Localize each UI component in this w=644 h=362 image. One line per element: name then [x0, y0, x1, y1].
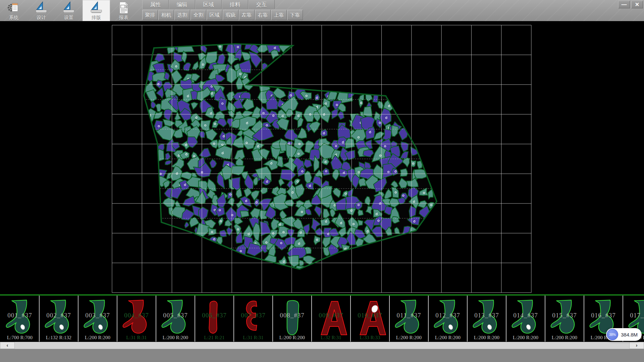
part-label: 004_#37 [117, 312, 156, 319]
part-lr-stats: L:200 R:200 [78, 335, 117, 341]
part-thumbnail[interactable]: 015_#37L:200 R:200 [545, 296, 584, 342]
minimize-button[interactable]: — [618, 1, 630, 8]
part-label: 017_#37 [623, 312, 644, 319]
part-lr-stats: L:31 R:31 [234, 335, 272, 341]
part-lr-stats: L:31 R:31 [117, 335, 156, 341]
part-lr-stats: L:200 R:200 [273, 335, 311, 341]
part-label: 014_#37 [506, 312, 545, 319]
part-label: 005_#37 [156, 312, 195, 319]
menu-item-edit[interactable]: 编辑 [169, 0, 195, 9]
part-lr-stats: L:21 R:21 [195, 335, 233, 341]
menu-item-nesting[interactable]: 排料 [222, 0, 248, 9]
part-label: 010_#37 [351, 312, 389, 319]
part-lr-stats: L:200 R:200 [429, 335, 467, 341]
part-label: 013_#37 [468, 312, 506, 319]
app-label: 系统 [9, 14, 18, 20]
tool-button-snap-down[interactable]: 下靠 [287, 10, 303, 20]
app-button-layout[interactable]: 排版 [83, 0, 110, 21]
set-square-icon [35, 1, 48, 14]
part-thumbnail[interactable]: 007_#37L:31 R:31 [234, 296, 273, 342]
tool-button-defect[interactable]: 瑕疵 [223, 10, 238, 20]
menu-item-properties[interactable]: 属性 [142, 0, 169, 9]
part-thumbnail[interactable]: 011_#37L:200 R:200 [390, 296, 429, 342]
app-label: 排版 [92, 14, 101, 20]
horizontal-scrollbar[interactable]: ‹ › [0, 342, 644, 349]
app-label: 报表 [119, 14, 128, 20]
app-button-settings[interactable]: 设置 [55, 0, 83, 21]
tool-button-snap-left[interactable]: 左靠 [239, 10, 255, 20]
part-lr-stats: L:200 R:200 [468, 335, 506, 341]
part-lr-stats: L:200 R:200 [506, 335, 545, 341]
canvas-area [0, 21, 644, 295]
tool-button-camera[interactable]: 相机 [158, 10, 174, 20]
part-thumbnail[interactable]: 014_#37L:200 R:200 [506, 296, 545, 342]
part-thumbnail[interactable]: 003_#37L:200 R:200 [78, 296, 117, 342]
scroll-left-button[interactable]: ‹ [0, 342, 15, 349]
set-square-icon [90, 1, 103, 14]
tool-button-cluster-nest[interactable]: 聚排 [142, 10, 158, 20]
part-label: 012_#37 [429, 312, 467, 319]
report-page-icon [117, 1, 130, 14]
close-button[interactable]: ✕ [631, 1, 643, 8]
part-thumbnail[interactable]: 005_#37L:200 R:200 [156, 296, 195, 342]
memory-value: 384.8M [621, 332, 638, 338]
part-thumbnail[interactable]: 009_#37L:32 R:31 [312, 296, 351, 342]
tool-button-select-cut[interactable]: 选割 [174, 10, 190, 20]
tool-button-cut-all[interactable]: 全割 [191, 10, 206, 20]
part-label: 003_#37 [78, 312, 117, 319]
part-lr-stats: L:33 R:33 [351, 335, 389, 341]
part-lr-stats: L:200 R:200 [545, 335, 584, 341]
part-label: 007_#37 [234, 312, 272, 319]
part-label: 015_#37 [545, 312, 584, 319]
part-thumbnail[interactable]: 010_#37L:33 R:33 [351, 296, 390, 342]
scroll-right-button[interactable]: › [629, 342, 644, 349]
app-label: 设计 [37, 14, 46, 20]
app-button-report[interactable]: 报表 [110, 0, 138, 21]
part-lr-stats: L:32 R:31 [312, 335, 350, 341]
part-lr-stats: L:132 R:132 [40, 335, 78, 341]
app-icon-bar: 系统 设计 设置 [0, 0, 138, 21]
tool-bar: 聚排 相机 选割 全割 区域 瑕疵 左靠 右靠 上靠 下靠 [142, 10, 303, 20]
menu-item-interaction[interactable]: 交互 [248, 0, 275, 9]
part-label: 008_#37 [273, 312, 311, 319]
scrollbar-track[interactable] [15, 342, 629, 349]
memory-percent: 38% [609, 333, 616, 337]
part-label: 001_#37 [1, 312, 39, 319]
part-thumbnail[interactable]: 004_#37L:31 R:31 [117, 296, 156, 342]
gear-document-icon [7, 1, 20, 14]
tool-button-snap-right[interactable]: 右靠 [255, 10, 271, 20]
app-label: 设置 [64, 14, 73, 20]
part-label: 002_#37 [40, 312, 78, 319]
menu-item-region[interactable]: 区域 [195, 0, 222, 9]
memory-percent-circle: 38% [607, 329, 618, 340]
part-thumbnail[interactable]: 008_#37L:200 R:200 [273, 296, 312, 342]
menu-bar: 属性 编辑 区域 排料 交互 [142, 0, 275, 9]
part-label: 006_#37 [195, 312, 233, 319]
parts-strip: 001_#37L:700 R:700002_#37L:132 R:132003_… [0, 295, 644, 342]
part-thumbnail[interactable]: 002_#37L:132 R:132 [40, 296, 78, 342]
status-bar [0, 349, 644, 362]
app-button-design[interactable]: 设计 [28, 0, 55, 21]
part-thumbnail[interactable]: 012_#37L:200 R:200 [429, 296, 468, 342]
window-controls: — ✕ [618, 1, 643, 8]
app-button-system[interactable]: 系统 [0, 0, 28, 21]
nesting-canvas[interactable] [0, 21, 644, 295]
tool-button-region[interactable]: 区域 [207, 10, 222, 20]
memory-usage-badge: 38% 384.8M [606, 328, 642, 341]
part-lr-stats: L:700 R:700 [1, 335, 39, 341]
part-label: 011_#37 [390, 312, 428, 319]
part-label: 016_#37 [584, 312, 623, 319]
part-lr-stats: L:200 R:200 [390, 335, 428, 341]
set-square-icon [62, 1, 75, 14]
part-label: 009_#37 [312, 312, 350, 319]
tool-button-snap-up[interactable]: 上靠 [271, 10, 287, 20]
part-thumbnail[interactable]: 006_#37L:21 R:21 [195, 296, 234, 342]
part-thumbnail[interactable]: 013_#37L:200 R:200 [468, 296, 506, 342]
toolbar: 系统 设计 设置 [0, 0, 644, 21]
part-lr-stats: L:200 R:200 [156, 335, 195, 341]
part-thumbnail[interactable]: 001_#37L:700 R:700 [1, 296, 40, 342]
